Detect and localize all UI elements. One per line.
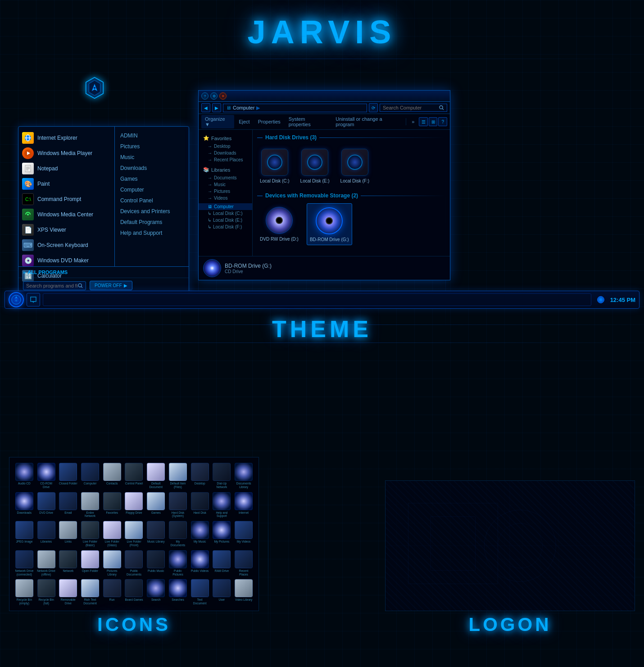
icon-cell[interactable]: Video Library: [233, 578, 254, 606]
icon-cell[interactable]: Computer: [80, 462, 100, 490]
titlebar-settings-btn[interactable]: ⚙: [210, 92, 218, 100]
icon-cell[interactable]: Hard Disk (System): [168, 491, 188, 519]
icon-cell[interactable]: Default Document: [145, 462, 166, 490]
icon-cell[interactable]: Search: [145, 578, 166, 606]
libraries-header[interactable]: 📚 Libraries: [199, 165, 252, 174]
search-bar[interactable]: [380, 104, 447, 112]
power-off-button[interactable]: POWER OFF ▶: [90, 281, 132, 290]
nav-disk-f[interactable]: ↳ Local Disk (F:): [199, 224, 252, 230]
app-command-prompt[interactable]: C:\ Command Prompt: [18, 192, 114, 207]
icon-cell[interactable]: DVD Drive: [36, 491, 57, 519]
computer-header[interactable]: 🖥 Computer: [199, 203, 252, 210]
menu-default-programs[interactable]: Default Programs: [115, 217, 189, 228]
icon-cell[interactable]: User: [212, 578, 232, 606]
menu-admin[interactable]: ADMIN: [115, 130, 189, 141]
icon-cell[interactable]: Live Folder (Front): [124, 520, 145, 548]
menu-computer[interactable]: Computer: [115, 184, 189, 195]
view-list-btn[interactable]: ☰: [419, 117, 428, 126]
menu-games[interactable]: Games: [115, 174, 189, 184]
icon-cell[interactable]: Contacts: [102, 462, 122, 490]
icon-cell[interactable]: Audio CD: [14, 462, 35, 490]
app-dvd-maker[interactable]: 💿 Windows DVD Maker: [18, 253, 114, 268]
nav-disk-c[interactable]: ↳ Local Disk (C:): [199, 210, 252, 217]
refresh-button[interactable]: ⟳: [369, 103, 378, 112]
icon-cell[interactable]: Downloads: [14, 491, 35, 519]
organize-menu[interactable]: Organize ▼: [201, 115, 234, 128]
icon-cell[interactable]: Help and Support: [212, 491, 232, 519]
uninstall-menu[interactable]: Uninstall or change a program: [332, 115, 404, 128]
icon-cell[interactable]: Public Videos: [190, 549, 210, 577]
app-windows-media-center[interactable]: Windows Media Center: [18, 207, 114, 222]
nav-downloads[interactable]: → Downloads: [199, 150, 252, 156]
nav-recent-places[interactable]: → Recent Places: [199, 156, 252, 163]
menu-music[interactable]: Music: [115, 152, 189, 163]
icon-cell[interactable]: JPEG Image: [14, 520, 35, 548]
icon-cell[interactable]: Dial-Up Network: [212, 462, 232, 490]
titlebar-close-btn[interactable]: ✕: [219, 92, 227, 100]
menu-devices-printers[interactable]: Devices and Printers: [115, 206, 189, 217]
search-programs-input[interactable]: [26, 283, 78, 288]
app-xps-viewer[interactable]: 📄 XPS Viewer: [18, 222, 114, 238]
drive-f[interactable]: Local Disk (F:): [338, 145, 372, 186]
back-button[interactable]: ◀: [201, 103, 210, 112]
icon-cell[interactable]: Public Music: [145, 549, 166, 577]
icon-cell[interactable]: Rich Text Document: [80, 578, 100, 606]
nav-pictures[interactable]: → Pictures: [199, 188, 252, 195]
view-grid-btn[interactable]: ⊞: [429, 117, 438, 126]
icon-cell[interactable]: Pictures Library: [102, 549, 122, 577]
icon-cell[interactable]: Public Documents: [124, 549, 145, 577]
icon-cell[interactable]: Live Folder (Glass): [102, 520, 122, 548]
nav-documents[interactable]: → Documents: [199, 174, 252, 181]
icon-cell[interactable]: Network Drive (connected): [14, 549, 35, 577]
icon-cell[interactable]: Desktop: [190, 462, 210, 490]
icon-cell[interactable]: Public Pictures: [168, 549, 188, 577]
properties-menu[interactable]: Properties: [254, 118, 284, 126]
all-programs-link[interactable]: » ALL PROGRAMS: [23, 270, 68, 275]
forward-button[interactable]: ▶: [212, 103, 221, 112]
nav-desktop[interactable]: → Desktop: [199, 143, 252, 150]
icon-cell[interactable]: Closed Folder: [58, 462, 78, 490]
help-btn[interactable]: ?: [438, 117, 447, 126]
icon-cell[interactable]: Links: [58, 520, 78, 548]
icon-cell[interactable]: My Music: [190, 520, 210, 548]
app-windows-media-player[interactable]: Windows Media Player: [18, 146, 114, 161]
icon-cell[interactable]: Run: [102, 578, 122, 606]
icon-cell[interactable]: Documents Library: [233, 462, 254, 490]
icon-cell[interactable]: Games: [145, 491, 166, 519]
app-on-screen-keyboard[interactable]: ⌨ On-Screen Keyboard: [18, 238, 114, 253]
menu-pictures[interactable]: Pictures: [115, 141, 189, 152]
menu-help-support[interactable]: Help and Support: [115, 228, 189, 238]
nav-videos[interactable]: → Videos: [199, 195, 252, 201]
icon-cell[interactable]: Live Folder (Basic): [80, 520, 100, 548]
favorites-header[interactable]: ⭐ Favorites: [199, 133, 252, 143]
icon-cell[interactable]: Searches: [168, 578, 188, 606]
icon-cell[interactable]: My Videos: [233, 520, 254, 548]
taskbar-tray-icon[interactable]: [594, 293, 608, 306]
icon-cell[interactable]: Default Item (Files): [168, 462, 188, 490]
drive-c[interactable]: Local Disk (C:): [257, 145, 292, 186]
system-properties-menu[interactable]: System properties: [285, 115, 331, 128]
app-paint[interactable]: 🎨 Paint: [18, 176, 114, 192]
nav-disk-e[interactable]: ↳ Local Disk (E:): [199, 217, 252, 224]
nav-music[interactable]: → Music: [199, 181, 252, 188]
icon-cell[interactable]: Email: [58, 491, 78, 519]
menu-downloads[interactable]: Downloads: [115, 163, 189, 174]
address-bar[interactable]: 🖥 Computer ▶: [223, 104, 367, 112]
icon-cell[interactable]: Open Folder: [80, 549, 100, 577]
icon-cell[interactable]: Libraries: [36, 520, 57, 548]
icon-cell[interactable]: Music Library: [145, 520, 166, 548]
eject-menu[interactable]: Eject: [235, 118, 253, 126]
drive-g[interactable]: BD-ROM Drive (G:): [307, 203, 352, 245]
icon-cell[interactable]: Floppy Drive: [124, 491, 145, 519]
icon-cell[interactable]: My Pictures: [212, 520, 232, 548]
app-notepad[interactable]: Notepad: [18, 161, 114, 176]
more-menu[interactable]: »: [408, 118, 418, 126]
icon-cell[interactable]: My Documents: [168, 520, 188, 548]
search-programs-box[interactable]: [23, 281, 86, 290]
icon-cell[interactable]: RAM Drive: [212, 549, 232, 577]
taskbar-pinned-item[interactable]: [27, 293, 40, 306]
icon-cell[interactable]: Recycle Bin (full): [36, 578, 57, 606]
icon-cell[interactable]: Internet: [233, 491, 254, 519]
icon-cell[interactable]: Control Panel: [124, 462, 145, 490]
icon-cell[interactable]: Network: [58, 549, 78, 577]
